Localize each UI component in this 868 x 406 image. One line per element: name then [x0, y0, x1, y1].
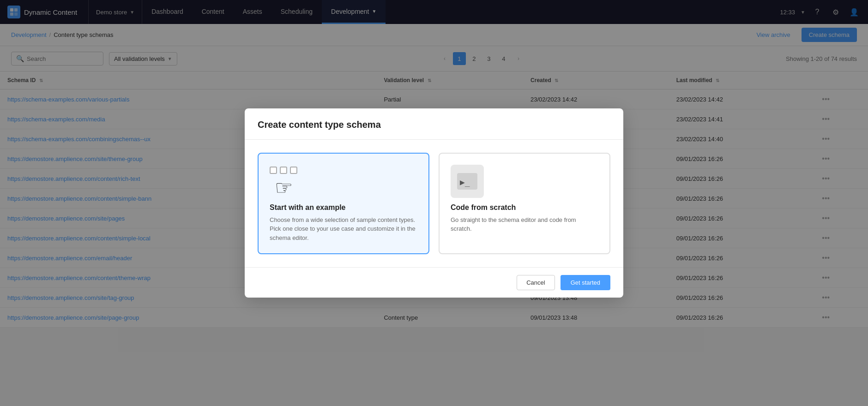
checkbox-3 [290, 167, 297, 174]
cancel-button[interactable]: Cancel [517, 275, 555, 290]
option-example-icon-row: ☞ [270, 165, 417, 198]
option-example-title: Start with an example [270, 203, 417, 212]
modal-header: Create content type schema [245, 108, 623, 140]
option-scratch-icon-row: ▶_ [451, 165, 598, 198]
option-scratch-title: Code from scratch [451, 203, 598, 212]
svg-text:▶_: ▶_ [460, 177, 470, 187]
modal-footer: Cancel Get started [245, 267, 623, 298]
option-scratch-desc: Go straight to the schema editor and cod… [451, 215, 598, 233]
example-checkboxes [270, 167, 297, 174]
get-started-button[interactable]: Get started [561, 275, 610, 290]
create-schema-modal: Create content type schema ☞ Start with … [245, 108, 623, 298]
modal-overlay[interactable]: Create content type schema ☞ Start with … [0, 0, 868, 328]
modal-body: ☞ Start with an example Choose from a wi… [245, 140, 623, 268]
option-example[interactable]: ☞ Start with an example Choose from a wi… [258, 153, 429, 255]
option-scratch[interactable]: ▶_ Code from scratch Go straight to the … [439, 153, 610, 255]
option-example-desc: Choose from a wide selection of sample c… [270, 215, 417, 243]
checkbox-2 [280, 167, 287, 174]
hand-icon: ☞ [275, 178, 293, 198]
terminal-icon: ▶_ [451, 165, 484, 198]
modal-title: Create content type schema [258, 119, 610, 130]
checkbox-1 [270, 167, 277, 174]
